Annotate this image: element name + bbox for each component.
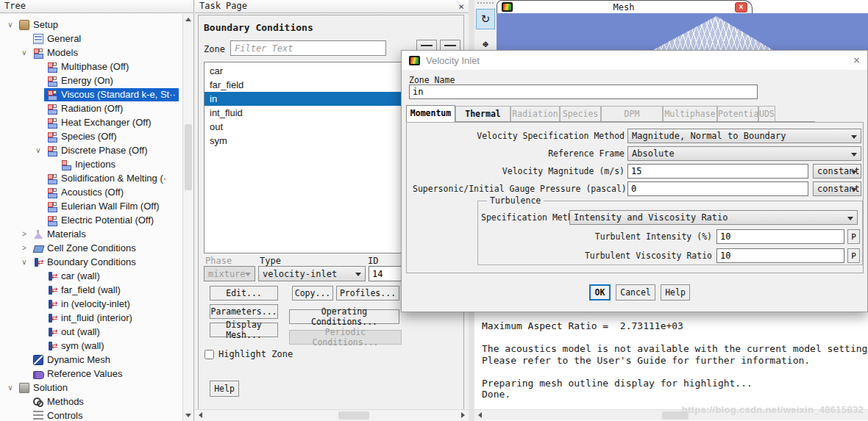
cancel-button[interactable]: Cancel — [616, 284, 655, 301]
tree-item[interactable]: ∨ Discrete Phase (Off) — [0, 143, 182, 157]
tree-expander[interactable]: > — [18, 230, 30, 238]
help-button[interactable]: Help — [210, 381, 239, 397]
type-select[interactable]: velocity-inlet — [258, 266, 366, 281]
tree-item-rowbox[interactable]: Discrete Phase (Off) — [44, 144, 151, 157]
tree-item-rowbox[interactable]: General — [30, 32, 84, 46]
tree-item[interactable]: General — [0, 32, 182, 46]
intensity-profile-toggle-button[interactable]: P — [847, 229, 860, 244]
dialog-tab[interactable]: DPM — [601, 106, 663, 121]
tree-item[interactable]: Electric Potential (Off) — [0, 213, 182, 227]
velocity-magnitude-field[interactable] — [627, 164, 808, 179]
parameters-button[interactable]: Parameters... — [210, 304, 278, 319]
tree-item[interactable]: Acoustics (Off) — [0, 185, 182, 199]
zone-filter-input[interactable] — [230, 40, 386, 56]
tree-item-rowbox[interactable]: Energy (On) — [44, 74, 116, 87]
gauge-pressure-profile-select[interactable]: constant — [813, 181, 861, 196]
scroll-up-icon[interactable] — [183, 14, 193, 25]
tree-item[interactable]: Energy (On) — [0, 73, 182, 87]
task-page-hscrollbar[interactable] — [195, 409, 469, 420]
tree-item-rowbox[interactable]: Setup — [16, 18, 61, 32]
tree-expander[interactable]: ∨ — [32, 146, 44, 154]
toolbar-drag-handle[interactable] — [477, 2, 494, 4]
tree-item[interactable]: in (velocity-inlet) — [0, 297, 182, 311]
tree-expander[interactable]: ∨ — [4, 384, 16, 392]
tree-item[interactable]: out (wall) — [0, 325, 182, 339]
tree-item-rowbox[interactable]: Injections — [58, 158, 118, 171]
tree-item[interactable]: Dynamic Mesh — [0, 353, 182, 367]
tree-item-rowbox[interactable]: Multiphase (Off) — [44, 60, 132, 73]
tree-expander[interactable]: ∨ — [4, 21, 16, 29]
ok-button[interactable]: OK — [589, 284, 611, 301]
tree-item[interactable]: ∨ Setup — [0, 18, 182, 32]
tree-item[interactable]: Solidification & Melting (· — [0, 171, 182, 185]
tree-item-rowbox[interactable]: Acoustics (Off) — [44, 186, 127, 199]
tree-item-rowbox[interactable]: far_field (wall) — [44, 284, 124, 297]
tree-item-rowbox[interactable]: Solidification & Melting (· — [44, 172, 169, 185]
tree-item[interactable]: ∨ Boundary Conditions — [0, 255, 182, 269]
dialog-tab[interactable]: Species — [560, 106, 601, 121]
tree-item-rowbox[interactable]: Materials — [30, 228, 89, 241]
mesh-tab[interactable]: Mesh × — [497, 0, 753, 13]
reference-frame-select[interactable]: Absolute — [627, 146, 861, 161]
profiles-button[interactable]: Profiles... — [336, 286, 399, 301]
tree-item[interactable]: Eulerian Wall Film (Off) — [0, 199, 182, 213]
task-page-close-icon[interactable]: × — [458, 1, 464, 11]
mesh-tab-close-icon[interactable]: × — [735, 2, 747, 12]
tree-item-rowbox[interactable]: Dynamic Mesh — [30, 353, 113, 367]
tree-expander[interactable]: ∨ — [18, 258, 30, 266]
tree-item-rowbox[interactable]: Models — [30, 46, 81, 60]
tree-item[interactable]: sym (wall) — [0, 339, 182, 353]
tree-item[interactable]: > Cell Zone Conditions — [0, 241, 182, 255]
tree-item-rowbox[interactable]: Eulerian Wall Film (Off) — [44, 200, 163, 213]
dialog-tab[interactable]: Radiation — [511, 106, 560, 121]
tree-item[interactable]: ∨ Solution — [0, 381, 182, 395]
dialog-tab[interactable]: Momentum — [406, 105, 455, 122]
tree-item[interactable]: Injections — [0, 157, 182, 171]
tree-item[interactable]: int_fluid (interior) — [0, 311, 182, 325]
scroll-left-icon[interactable] — [195, 410, 206, 420]
edit-button[interactable]: Edit... — [210, 286, 278, 301]
display-mesh-button[interactable]: Display Mesh... — [210, 323, 278, 337]
tree-expander[interactable]: ∨ — [18, 48, 30, 57]
scroll-down-icon[interactable] — [183, 410, 193, 421]
tree-scrollbar[interactable] — [182, 14, 193, 421]
viscosity-profile-toggle-button[interactable]: P — [847, 248, 860, 263]
dialog-tab[interactable]: Multiphase — [663, 106, 717, 121]
tree-item-rowbox[interactable]: car (wall) — [44, 270, 103, 283]
highlight-zone-checkbox[interactable] — [204, 350, 214, 359]
tree-item[interactable]: Species (Off) — [0, 129, 182, 143]
tree-item[interactable]: Heat Exchanger (Off) — [0, 115, 182, 129]
velocity-spec-method-select[interactable]: Magnitude, Normal to Boundary — [627, 129, 861, 143]
tree-item[interactable]: Viscous (Standard k-e, St·· — [0, 87, 182, 101]
tree-item-rowbox[interactable]: int_fluid (interior) — [44, 312, 135, 325]
tree-item[interactable]: car (wall) — [0, 269, 182, 283]
tree-item-rowbox[interactable]: Heat Exchanger (Off) — [44, 116, 154, 129]
tree-item[interactable]: Methods — [0, 395, 182, 409]
tree-item-rowbox[interactable]: Methods — [30, 395, 87, 409]
turb-spec-method-select[interactable]: Intensity and Viscosity Ratio — [569, 210, 858, 225]
turbulent-intensity-field[interactable] — [716, 229, 844, 244]
tree-item[interactable]: > Materials — [0, 227, 182, 241]
tree-item-rowbox[interactable]: Electric Potential (Off) — [44, 214, 157, 227]
dialog-titlebar[interactable]: Velocity Inlet × — [402, 51, 867, 70]
tree-item[interactable]: Radiation (Off) — [0, 101, 182, 115]
tree-item[interactable]: far_field (wall) — [0, 283, 182, 297]
tree-expander[interactable]: > — [18, 244, 30, 252]
scroll-right-icon[interactable] — [458, 410, 469, 420]
operating-conditions-button[interactable]: Operating Conditions... — [289, 309, 399, 324]
tree-item[interactable]: Reference Values — [0, 367, 182, 381]
tree-item-rowbox[interactable]: Solution — [16, 381, 71, 395]
gauge-pressure-field[interactable] — [627, 181, 808, 196]
tree-item-rowbox[interactable]: in (velocity-inlet) — [44, 298, 133, 311]
rotate-view-button[interactable] — [476, 9, 495, 29]
task-scrollbar-thumb[interactable] — [338, 411, 369, 420]
dialog-tab[interactable]: Potential — [717, 106, 758, 121]
tree-item[interactable]: Controls — [0, 409, 182, 421]
tree-item-rowbox[interactable]: Cell Zone Conditions — [30, 242, 139, 255]
dialog-tab[interactable]: UDS — [758, 106, 775, 121]
tree-item-rowbox[interactable]: Viscous (Standard k-e, St·· — [44, 88, 179, 101]
scroll-left-icon[interactable] — [474, 410, 485, 420]
tree-item[interactable]: Multiphase (Off) — [0, 60, 182, 73]
tree-item[interactable]: ∨ Models — [0, 46, 182, 60]
dialog-tab[interactable]: Thermal — [455, 106, 511, 121]
